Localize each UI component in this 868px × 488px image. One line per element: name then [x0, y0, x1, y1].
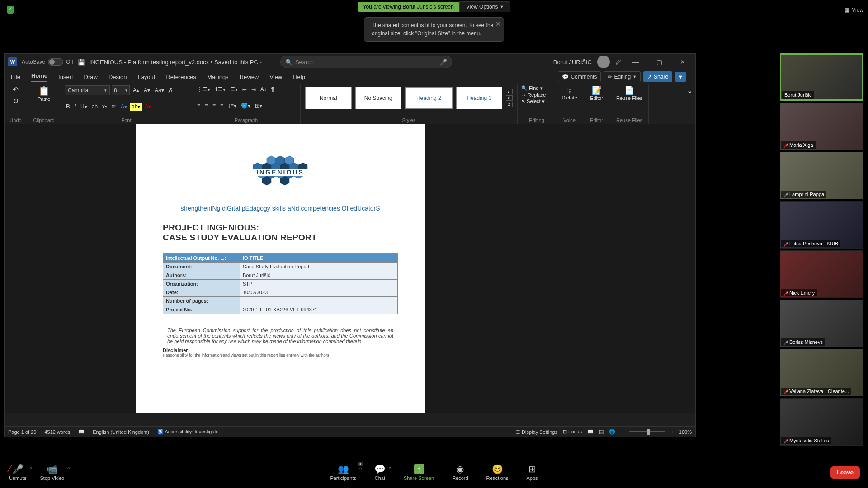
tab-layout[interactable]: Layout: [137, 74, 155, 80]
zoom-level[interactable]: 100%: [679, 429, 692, 435]
superscript-button[interactable]: x²: [110, 103, 118, 111]
share-button[interactable]: ↗ Share: [643, 71, 672, 82]
page-indicator[interactable]: Page 1 of 29: [8, 429, 36, 435]
dictate-icon[interactable]: 🎙: [560, 85, 579, 95]
apps-button[interactable]: ⊞ Apps: [527, 464, 538, 481]
change-case-icon[interactable]: Aa▾: [153, 86, 165, 94]
tab-mailings[interactable]: Mailings: [207, 74, 229, 80]
search-input[interactable]: 🔍 Search 🎤: [280, 56, 452, 68]
video-tile[interactable]: Lamprini Pappa: [780, 152, 863, 199]
clear-format-icon[interactable]: A̸: [167, 86, 174, 94]
tab-home[interactable]: Home: [31, 72, 47, 82]
maximize-button[interactable]: ▢: [650, 58, 668, 66]
select-button[interactable]: ↖ Select ▾: [521, 99, 552, 104]
language-indicator[interactable]: English (United Kingdom): [93, 429, 149, 435]
decrease-font-icon[interactable]: A▾: [142, 86, 151, 94]
comments-button[interactable]: 💬 Comments: [558, 71, 601, 82]
tab-draw[interactable]: Draw: [84, 74, 98, 80]
shading-icon[interactable]: 🪣▾: [240, 102, 252, 110]
close-button[interactable]: ✕: [674, 58, 692, 66]
font-size-dropdown[interactable]: 8▾: [112, 85, 130, 95]
chevron-up-icon[interactable]: ^: [359, 466, 362, 471]
unmute-button[interactable]: 🎤⁄ Unmute ^: [9, 464, 27, 481]
chevron-up-icon[interactable]: ^: [67, 466, 70, 471]
tab-view[interactable]: View: [269, 74, 282, 80]
styles-up-icon[interactable]: ▴: [506, 89, 513, 94]
paste-icon[interactable]: 📋: [38, 85, 50, 96]
document-canvas[interactable]: INGENIOUS strengthenINg diGital pEdagogy…: [5, 124, 695, 413]
zoom-slider[interactable]: [629, 431, 665, 432]
view-options-dropdown[interactable]: View Options ▼: [459, 1, 510, 12]
decrease-indent-icon[interactable]: ⇤: [241, 85, 248, 94]
view-layout-button[interactable]: ▦ View: [844, 7, 863, 13]
print-layout-icon[interactable]: ▤: [599, 429, 604, 435]
chevron-up-icon[interactable]: ^: [389, 466, 391, 471]
underline-button[interactable]: U▾: [79, 103, 89, 111]
video-tile[interactable]: Maria Xiga: [780, 103, 863, 150]
record-button[interactable]: ◉ Record: [452, 464, 468, 481]
reactions-button[interactable]: 😊 Reactions: [486, 464, 509, 481]
font-color-icon[interactable]: A▾: [143, 103, 152, 111]
undo-icon[interactable]: ↶: [13, 85, 19, 94]
bold-button[interactable]: B: [65, 103, 71, 111]
italic-button[interactable]: I: [73, 103, 77, 111]
align-left-icon[interactable]: ≡: [196, 102, 202, 110]
video-tile[interactable]: Mystakidis Stelios: [780, 398, 863, 446]
chat-button[interactable]: 💬 Chat ^: [374, 464, 386, 481]
video-tile[interactable]: Veliana Zlateva - Cleante...: [780, 349, 863, 396]
align-right-icon[interactable]: ≡: [211, 102, 217, 110]
mic-icon[interactable]: 🎤: [440, 59, 447, 66]
collapse-ribbon-icon[interactable]: ⌄: [684, 84, 695, 124]
video-tile[interactable]: Nick Emery: [780, 250, 863, 298]
replace-button[interactable]: ↔ Replace: [521, 92, 552, 98]
subscript-button[interactable]: x₂: [101, 103, 108, 111]
editing-mode-dropdown[interactable]: ✏ Editing ▼: [604, 71, 641, 82]
tab-file[interactable]: File: [11, 74, 20, 80]
align-center-icon[interactable]: ≡: [203, 102, 209, 110]
stop-video-button[interactable]: 📹 Stop Video ^: [40, 464, 65, 481]
document-title[interactable]: INGENIOUS - Platform testing report_v2.d…: [90, 59, 262, 66]
editor-icon[interactable]: 📝: [587, 85, 606, 95]
participants-button[interactable]: 👥 Participants 8 ^: [330, 464, 356, 481]
chevron-up-icon[interactable]: ^: [30, 466, 32, 471]
tab-design[interactable]: Design: [108, 74, 127, 80]
tab-help[interactable]: Help: [293, 74, 305, 80]
line-spacing-icon[interactable]: ↕≡▾: [226, 102, 238, 110]
share-screen-button[interactable]: ↑ Share Screen: [404, 464, 434, 481]
style-heading3[interactable]: Heading 3: [456, 87, 503, 109]
numbering-icon[interactable]: 1☰▾: [213, 85, 227, 94]
sort-icon[interactable]: A↓: [259, 85, 268, 94]
increase-font-icon[interactable]: A▴: [132, 86, 141, 94]
web-layout-icon[interactable]: 🌐: [609, 429, 615, 435]
share-dropdown[interactable]: ▼: [675, 72, 686, 82]
leave-button[interactable]: Leave: [830, 466, 860, 479]
tab-review[interactable]: Review: [240, 74, 259, 80]
video-tile[interactable]: Elitsa Pesheva - KRIB: [780, 201, 863, 249]
video-tile[interactable]: Boriss Misnevs: [780, 300, 863, 347]
spell-check-icon[interactable]: 📖: [78, 429, 85, 435]
increase-indent-icon[interactable]: ⇥: [250, 85, 257, 94]
save-icon[interactable]: 💾: [78, 59, 85, 66]
multilevel-icon[interactable]: ☰▾: [229, 85, 239, 94]
strike-button[interactable]: ab: [90, 103, 99, 111]
read-mode-icon[interactable]: 📖: [587, 429, 594, 435]
video-tile[interactable]: Borut Jurišić: [780, 53, 863, 101]
avatar[interactable]: [597, 56, 610, 68]
autosave-toggle[interactable]: AutoSave Off: [22, 58, 73, 66]
styles-more-icon[interactable]: ⊻: [506, 102, 513, 107]
justify-icon[interactable]: ≡: [219, 102, 225, 110]
style-no-spacing[interactable]: No Spacing: [355, 87, 402, 109]
show-marks-icon[interactable]: ¶: [270, 85, 275, 94]
display-settings[interactable]: 🖵 Display Settings: [515, 429, 557, 435]
tab-references[interactable]: References: [166, 74, 196, 80]
redo-icon[interactable]: ↻: [13, 97, 19, 105]
borders-icon[interactable]: ⊞▾: [254, 102, 264, 110]
minimize-button[interactable]: —: [627, 58, 645, 66]
styles-down-icon[interactable]: ▾: [506, 95, 513, 101]
reuse-icon[interactable]: 📄: [614, 85, 645, 95]
highlight-icon[interactable]: ab▾: [130, 103, 142, 111]
find-button[interactable]: 🔍 Find ▾: [521, 85, 552, 91]
zoom-in-icon[interactable]: +: [670, 429, 673, 435]
style-normal[interactable]: Normal: [305, 87, 352, 109]
coming-soon-icon[interactable]: 🖊: [615, 59, 621, 66]
